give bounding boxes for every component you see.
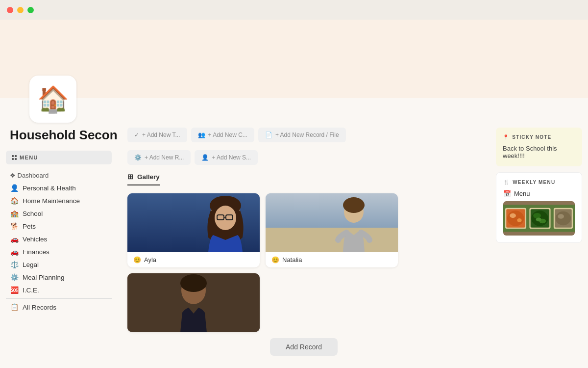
personal-health-label: Personal & Health — [23, 184, 76, 192]
app-container: 🏠 Household Second Brain MENU ❖ Dashboar… — [0, 20, 588, 368]
person-icon: 👤 — [10, 184, 19, 192]
sidebar-item-home-maintenance[interactable]: 🏠 Home Maintenance — [6, 194, 112, 207]
meal-planning-label: Meal Planning — [23, 274, 65, 281]
sidebar-item-legal[interactable]: ⚖️ Legal — [6, 258, 112, 271]
home-maintenance-label: Home Maintenance — [23, 197, 80, 205]
grid-icon — [12, 155, 17, 160]
minimize-button[interactable] — [17, 7, 24, 13]
sidebar-item-personal-health[interactable]: 👤 Personal & Health — [6, 182, 112, 194]
nav-list: ❖ Dashboard 👤 Personal & Health 🏠 Home M… — [6, 169, 112, 314]
banner: 🏠 — [0, 20, 588, 98]
legal-label: Legal — [23, 261, 39, 268]
add-contact-button[interactable]: 👥 + Add New C... — [191, 128, 254, 142]
pets-label: Pets — [23, 223, 36, 230]
svg-point-25 — [536, 217, 541, 221]
add-record-file-button[interactable]: 📄 + Add New Record / File — [258, 128, 346, 142]
ice-label: I.C.E. — [23, 287, 39, 294]
add-record-button[interactable]: Add Record — [270, 338, 338, 356]
sidebar-item-dashboard[interactable]: ❖ Dashboard — [6, 169, 112, 182]
dashboard-label: ❖ Dashboard — [10, 172, 49, 179]
logo-area: 🏠 — [29, 76, 76, 123]
natalia-name: Natalia — [282, 256, 302, 263]
natalia-smiley-icon: 😊 — [271, 256, 279, 263]
records-icon: 📋 — [10, 303, 19, 311]
svg-point-29 — [558, 214, 564, 218]
right-panel: 📍 STICKY NOTE Back to School this week!!… — [490, 128, 588, 368]
weekly-menu-label: 📅 Menu — [503, 190, 575, 197]
calendar-icon: 📅 — [503, 190, 511, 197]
sticky-note-content: Back to School this week!!!! — [503, 145, 575, 159]
maximize-button[interactable] — [27, 7, 34, 13]
ice-icon: 🆘 — [10, 286, 19, 294]
svg-rect-8 — [266, 228, 398, 252]
sidebar-item-meal-planning[interactable]: ⚙️ Meal Planning — [6, 271, 112, 284]
add-task-button[interactable]: ✓ + Add New T... — [127, 128, 187, 142]
pin-icon: 📍 — [503, 134, 509, 140]
sidebar-item-finances[interactable]: 🚗 Finances — [6, 245, 112, 258]
all-records-label: All Records — [23, 304, 56, 311]
svg-point-13 — [180, 274, 207, 292]
gallery-card-natalia[interactable]: 😊 Natalia — [266, 193, 398, 267]
main-area: ✓ + Add New T... 👥 + Add New C... 📄 + Ad… — [118, 128, 490, 368]
gallery-grid: 😊 Ayla — [127, 193, 480, 332]
gallery-grid-icon: ⊞ — [127, 173, 133, 181]
finance-icon: 🚗 — [10, 248, 19, 256]
titlebar — [0, 0, 588, 20]
meal-icon: ⚙️ — [10, 273, 19, 281]
check-icon: ✓ — [134, 131, 139, 138]
sidebar-item-ice[interactable]: 🆘 I.C.E. — [6, 284, 112, 296]
legal-icon: ⚖️ — [10, 261, 19, 268]
ayla-smiley-icon: 😊 — [133, 256, 141, 263]
add-record-area: Add Record — [127, 332, 480, 362]
gallery-tab[interactable]: ⊞ Gallery — [127, 173, 160, 185]
sidebar: Household Second Brain MENU ❖ Dashboard … — [0, 128, 118, 368]
close-button[interactable] — [7, 7, 13, 13]
person2-icon: 👤 — [201, 154, 209, 161]
action-buttons-row-2: ⚙️ + Add New R... 👤 + Add New S... — [127, 150, 480, 165]
sidebar-item-school[interactable]: 🏫 School — [6, 207, 112, 220]
weekly-menu-box: 🍴 WEEKLY MENU 📅 Menu — [496, 172, 582, 243]
finances-label: Finances — [23, 248, 49, 256]
home-icon: 🏠 — [10, 197, 19, 205]
school-label: School — [23, 210, 43, 217]
school-icon: 🏫 — [10, 210, 19, 217]
add-s-button[interactable]: 👤 + Add New S... — [195, 150, 258, 165]
svg-point-23 — [533, 213, 541, 218]
file-icon: 📄 — [265, 131, 272, 138]
sidebar-item-pets[interactable]: 🐕 Pets — [6, 220, 112, 233]
sticky-note: 📍 STICKY NOTE Back to School this week!!… — [496, 128, 582, 166]
page-title: Household Second Brain — [6, 128, 112, 151]
settings-icon: ⚙️ — [134, 154, 142, 161]
contacts-icon: 👥 — [198, 131, 205, 138]
nav-divider — [6, 298, 112, 299]
svg-point-17 — [507, 210, 524, 226]
ayla-photo — [127, 193, 260, 252]
fork-icon: 🍴 — [503, 180, 510, 185]
food-photo — [503, 201, 575, 236]
weekly-menu-title: 🍴 WEEKLY MENU — [503, 180, 575, 185]
pet-icon: 🐕 — [10, 222, 19, 230]
ayla-name: Ayla — [144, 256, 156, 263]
third-photo — [127, 273, 260, 332]
main-content: Household Second Brain MENU ❖ Dashboard … — [0, 98, 588, 368]
vehicles-label: Vehicles — [23, 236, 47, 243]
svg-point-28 — [556, 211, 571, 225]
sticky-note-title: 📍 STICKY NOTE — [503, 134, 575, 140]
svg-point-10 — [343, 197, 365, 213]
menu-box: MENU — [6, 151, 112, 164]
sidebar-item-all-records[interactable]: 📋 All Records — [6, 301, 112, 314]
gallery-card-third[interactable] — [127, 273, 260, 332]
ayla-footer: 😊 Ayla — [127, 252, 260, 267]
add-r-button[interactable]: ⚙️ + Add New R... — [127, 150, 191, 165]
menu-box-label: MENU — [12, 155, 106, 160]
natalia-photo — [266, 193, 398, 252]
gallery-card-ayla[interactable]: 😊 Ayla — [127, 193, 260, 267]
vehicle-icon: 🚗 — [10, 235, 19, 243]
house-heart-icon: 🏠 — [37, 84, 69, 114]
action-buttons-row: ✓ + Add New T... 👥 + Add New C... 📄 + Ad… — [127, 128, 480, 142]
app-logo: 🏠 — [29, 76, 76, 123]
svg-point-18 — [510, 213, 516, 218]
sidebar-item-vehicles[interactable]: 🚗 Vehicles — [6, 233, 112, 245]
svg-point-19 — [517, 218, 521, 222]
natalia-footer: 😊 Natalia — [266, 252, 398, 267]
